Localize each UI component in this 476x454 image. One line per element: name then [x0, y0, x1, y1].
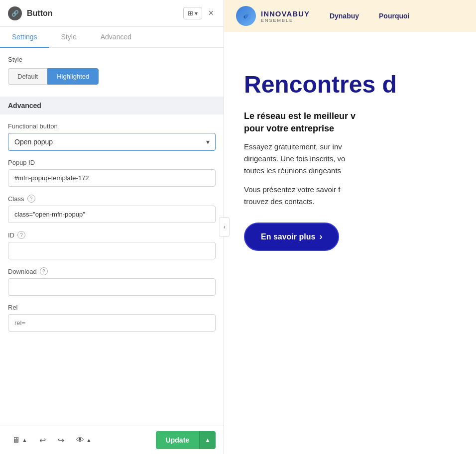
- class-help-icon[interactable]: ?: [27, 195, 35, 203]
- download-input[interactable]: [8, 278, 216, 296]
- panel-title: Button: [27, 9, 183, 18]
- hero-title: Rencontres d: [244, 72, 456, 98]
- rel-field: Rel: [8, 304, 216, 332]
- popup-id-field: Popup ID: [8, 159, 216, 187]
- functional-button-select[interactable]: Open popup None Open lightbox Scroll to …: [8, 133, 216, 151]
- logo-icon: [236, 6, 256, 26]
- panel-header: 🔗 Button ⊞ ▾ ×: [0, 0, 224, 27]
- header-actions: ⊞ ▾ ×: [183, 6, 216, 20]
- class-input[interactable]: [8, 206, 216, 223]
- style-label: Style: [8, 56, 216, 63]
- site-navbar: INNOVABUY ENSEMBLE Dynabuy Pourquoi: [224, 0, 476, 32]
- hero-text-1: Essayez gratuitement, sur invdirigeants.…: [244, 141, 456, 177]
- functional-button-label: Functional button: [8, 122, 216, 130]
- hero-section: Rencontres d Le réseau est le meilleur v…: [224, 32, 476, 271]
- redo-icon: ↪: [58, 436, 64, 445]
- undo-button[interactable]: ↩: [35, 433, 50, 448]
- class-field: Class ?: [8, 195, 216, 223]
- popup-id-label: Popup ID: [8, 159, 216, 166]
- eye-icon: 👁: [76, 436, 84, 445]
- undo-icon: ↩: [39, 436, 46, 445]
- update-dropdown-icon: ▲: [205, 437, 211, 444]
- nav-link-pourquoi[interactable]: Pourquoi: [379, 12, 409, 20]
- logo-sub-text: ENSEMBLE: [261, 18, 310, 23]
- collapse-handle[interactable]: ‹: [220, 217, 230, 237]
- update-btn-wrapper: Update ▲: [156, 431, 216, 449]
- hero-cta-arrow-icon: ›: [319, 231, 322, 242]
- advanced-section-header: Advanced: [0, 97, 224, 114]
- popup-id-input[interactable]: [8, 169, 216, 187]
- style-buttons: Default Highlighted: [8, 68, 216, 85]
- style-section: Style Default Highlighted: [8, 56, 216, 85]
- redo-button[interactable]: ↪: [54, 433, 68, 448]
- update-dropdown-button[interactable]: ▲: [199, 431, 216, 449]
- rel-input[interactable]: [8, 314, 216, 332]
- hero-text-2: Vous présentez votre savoir ftrouvez des…: [244, 184, 456, 208]
- rel-label: Rel: [8, 304, 216, 311]
- panel-icon: 🔗: [8, 6, 22, 20]
- hero-cta-button[interactable]: En savoir plus ›: [244, 223, 339, 251]
- monitor-button[interactable]: 🖥 ▲: [8, 433, 31, 448]
- bottom-bar: 🖥 ▲ ↩ ↪ 👁 ▲ Update ▲: [0, 426, 224, 454]
- download-label: Download ?: [8, 267, 216, 275]
- tab-style[interactable]: Style: [49, 27, 89, 48]
- hero-cta-label: En savoir plus: [261, 232, 315, 241]
- style-default-button[interactable]: Default: [8, 68, 47, 85]
- logo-main-text: INNOVABUY: [261, 9, 310, 18]
- tab-advanced[interactable]: Advanced: [89, 27, 143, 48]
- tabs-bar: Settings Style Advanced: [0, 27, 224, 48]
- settings-panel: 🔗 Button ⊞ ▾ × Settings Style Advanced S…: [0, 0, 224, 454]
- tab-settings[interactable]: Settings: [0, 27, 49, 48]
- style-highlighted-button[interactable]: Highlighted: [47, 68, 99, 85]
- hero-subtitle: Le réseau est le meilleur vpour votre en…: [244, 110, 456, 135]
- site-logo: INNOVABUY ENSEMBLE: [236, 6, 310, 26]
- nav-link-dynabuy[interactable]: Dynabuy: [330, 12, 359, 20]
- panel-body: Style Default Highlighted Advanced Funct…: [0, 48, 224, 426]
- class-label: Class ?: [8, 195, 216, 203]
- id-input[interactable]: [8, 242, 216, 259]
- close-button[interactable]: ×: [206, 6, 216, 20]
- monitor-chevron-icon: ▲: [22, 437, 27, 443]
- download-field: Download ?: [8, 267, 216, 296]
- id-help-icon[interactable]: ?: [17, 231, 25, 239]
- template-button[interactable]: ⊞ ▾: [183, 7, 202, 19]
- functional-button-field: Functional button Open popup None Open l…: [8, 122, 216, 151]
- site-preview: INNOVABUY ENSEMBLE Dynabuy Pourquoi Renc…: [224, 0, 476, 454]
- functional-button-select-wrapper: Open popup None Open lightbox Scroll to …: [8, 133, 216, 151]
- id-field: ID ?: [8, 231, 216, 259]
- preview-button[interactable]: 👁 ▲: [72, 433, 96, 448]
- nav-links: Dynabuy Pourquoi: [330, 12, 464, 20]
- preview-chevron-icon: ▲: [86, 437, 92, 443]
- logo-text-block: INNOVABUY ENSEMBLE: [261, 9, 310, 23]
- download-help-icon[interactable]: ?: [40, 267, 48, 275]
- id-label: ID ?: [8, 231, 216, 239]
- monitor-icon: 🖥: [12, 436, 20, 445]
- update-button[interactable]: Update: [156, 431, 199, 449]
